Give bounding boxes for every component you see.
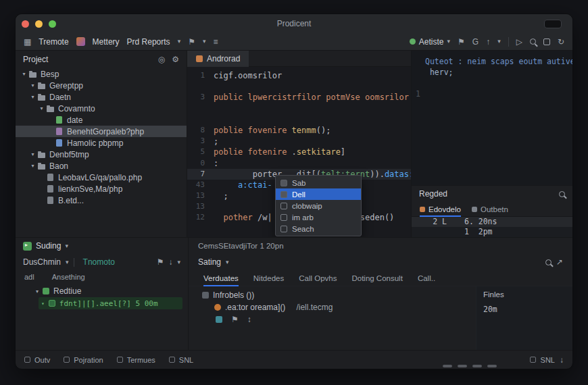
tree-item-label: Gereptpp bbox=[49, 81, 83, 91]
statusbar-item[interactable]: SNL bbox=[169, 356, 193, 364]
hamburger-menu-icon[interactable]: ≡ bbox=[213, 38, 218, 46]
variable-label: Infrobels ()) bbox=[213, 290, 254, 300]
variables-actions: ⚑ ↕ bbox=[189, 315, 476, 324]
file-purple-icon bbox=[55, 128, 64, 135]
chevron-down-icon[interactable]: ▾ bbox=[41, 301, 45, 307]
regded-row[interactable]: 2 L6. 20ns bbox=[412, 217, 572, 227]
completion-item[interactable]: Seach bbox=[276, 223, 361, 234]
chevron-down-icon[interactable]: ▾ bbox=[66, 259, 69, 265]
editor-tab-label: Androrad bbox=[207, 54, 240, 63]
toolbar-separator bbox=[508, 37, 509, 47]
project-tree-item[interactable]: Hamolic pbpmp bbox=[16, 137, 187, 149]
project-tree-item[interactable]: ▾Daetn bbox=[16, 91, 187, 103]
chevron-down-icon[interactable]: ▾ bbox=[65, 243, 68, 249]
expand-icon[interactable]: ↗ bbox=[556, 258, 563, 266]
bookmark-icon[interactable]: ⚑ bbox=[188, 38, 195, 46]
chevron-down-icon[interactable]: ▾ bbox=[497, 38, 501, 45]
variables-tab[interactable]: Doting Consult bbox=[351, 270, 402, 286]
sync-icon[interactable]: ↻ bbox=[558, 38, 564, 46]
variables-tab[interactable]: Nitdedes bbox=[253, 270, 284, 286]
chevron-down-icon[interactable]: ▾ bbox=[28, 82, 37, 88]
code-editor[interactable]: 1cigf.oomsrilor3public lpwercistrfilor p… bbox=[187, 67, 411, 237]
frame-label: fdnt]|[].aeel[?] 5 00m bbox=[59, 299, 158, 308]
chevron-down-icon[interactable]: ▾ bbox=[226, 259, 229, 265]
variables-tab[interactable]: Call.. bbox=[418, 270, 435, 286]
search-icon[interactable] bbox=[545, 259, 552, 265]
code-line: 1cigf.oomsrilor bbox=[187, 70, 411, 81]
close-button[interactable] bbox=[22, 20, 29, 28]
regded-tab[interactable]: Edovdelo bbox=[420, 202, 461, 216]
menu-mettery[interactable]: Mettery bbox=[93, 37, 120, 47]
regded-row[interactable]: 1 2pm bbox=[412, 227, 572, 237]
thread-dropdown[interactable]: DusChmin bbox=[23, 257, 61, 267]
variables-tab[interactable]: Call Opvhs bbox=[299, 270, 337, 286]
chevron-down-icon[interactable]: ▾ bbox=[28, 94, 37, 100]
play-icon[interactable]: ▷ bbox=[516, 38, 522, 46]
project-tree-item[interactable]: ▾Covamnto bbox=[16, 103, 187, 114]
project-tree-item[interactable]: lienknSve,Ma/php bbox=[16, 183, 187, 195]
settings-icon[interactable] bbox=[543, 38, 550, 45]
bookmark-icon[interactable]: ⚑ bbox=[231, 315, 239, 324]
completion-item[interactable]: clobwaip bbox=[276, 200, 361, 211]
settings-gear-icon[interactable]: ⚙ bbox=[172, 55, 179, 63]
plugin-icon[interactable] bbox=[76, 37, 85, 46]
zoom-button[interactable] bbox=[49, 20, 56, 28]
project-tree-item[interactable]: BenehtGorpaleb?php bbox=[16, 126, 187, 137]
code-text: cigf.oomsrilor bbox=[205, 70, 282, 81]
locate-icon[interactable]: ◎ bbox=[158, 55, 165, 63]
chevron-down-icon[interactable]: ▾ bbox=[28, 163, 37, 169]
titlebar-widget[interactable] bbox=[544, 20, 562, 28]
editor-tab[interactable]: Androrad bbox=[187, 51, 249, 67]
project-grid-icon[interactable]: ▦ bbox=[24, 38, 31, 46]
regded-panel-header: Regded bbox=[412, 186, 572, 202]
project-tree-item[interactable]: ▾Baon bbox=[16, 160, 187, 172]
menu-prd-reports[interactable]: Prd Reports bbox=[127, 37, 170, 47]
variable-row[interactable]: .ea:tor oreama]()/iell.tecmg bbox=[189, 301, 476, 313]
completion-item[interactable]: im arb bbox=[276, 211, 361, 223]
code-line: 0: bbox=[187, 158, 411, 169]
chevron-down-icon[interactable]: ▾ bbox=[203, 38, 206, 45]
project-panel-header: Project ◎ ⚙ bbox=[16, 51, 187, 68]
minimize-button[interactable] bbox=[35, 20, 43, 28]
completion-item[interactable]: Dell bbox=[276, 188, 361, 200]
statusbar-right[interactable]: SNL ↓ bbox=[530, 356, 564, 364]
chevron-down-icon[interactable]: ▾ bbox=[177, 259, 180, 265]
line-number: 7 bbox=[187, 169, 205, 180]
statusbar-item[interactable]: Pojration bbox=[64, 356, 103, 364]
variables-tab[interactable]: Verduates bbox=[203, 270, 239, 286]
chevron-down-icon[interactable]: ▾ bbox=[28, 151, 37, 157]
frame-row[interactable]: ▾fdnt]|[].aeel[?] 5 00m bbox=[39, 297, 182, 309]
chevron-down-icon[interactable]: ▾ bbox=[178, 38, 181, 45]
search-icon[interactable] bbox=[559, 191, 565, 197]
statusbar-item[interactable]: Termues bbox=[117, 356, 155, 364]
upload-icon[interactable]: ↑ bbox=[486, 38, 490, 46]
project-tree-item[interactable]: date bbox=[16, 114, 187, 126]
menu-tremote[interactable]: Tremote bbox=[39, 37, 68, 47]
line-number bbox=[187, 81, 205, 92]
chevron-down-icon[interactable]: ▾ bbox=[37, 105, 46, 111]
project-tree-item[interactable]: ▾Besp bbox=[16, 68, 187, 80]
completion-item[interactable]: Sab bbox=[276, 177, 361, 188]
tool-window-tab[interactable]: Suding bbox=[36, 241, 61, 251]
statusbar-item[interactable]: Outv bbox=[24, 356, 50, 364]
pin-icon[interactable]: ⚑ bbox=[157, 258, 164, 266]
letter-g-icon[interactable]: G bbox=[472, 38, 479, 46]
flag-icon[interactable]: ⚑ bbox=[458, 38, 465, 46]
updown-icon[interactable]: ↕ bbox=[247, 315, 251, 324]
variables-title[interactable]: Sating bbox=[198, 257, 221, 267]
run-config-selector[interactable]: Aetiste ▾ bbox=[410, 37, 450, 47]
debug-center-panel: CemsSEtavdjiTor 1 20pn Sating ▾ ↗ Verdua… bbox=[189, 238, 572, 350]
download-icon[interactable]: ↓ bbox=[560, 356, 564, 364]
project-tree-item[interactable]: LeobavLG/qa/pallo.php bbox=[16, 172, 187, 183]
download-icon[interactable]: ↓ bbox=[168, 258, 172, 266]
chevron-down-icon[interactable]: ▾ bbox=[36, 288, 39, 294]
project-tree-item[interactable]: ▾Gereptpp bbox=[16, 80, 187, 91]
regded-tab[interactable]: Outbetn bbox=[472, 202, 508, 216]
frame-row[interactable]: ▾Redtiue bbox=[16, 285, 188, 297]
chevron-down-icon[interactable]: ▾ bbox=[20, 71, 28, 77]
search-icon[interactable] bbox=[530, 38, 536, 45]
document-icon[interactable] bbox=[216, 316, 222, 323]
project-tree-item[interactable]: B.etd... bbox=[16, 195, 187, 206]
variable-row[interactable]: Infrobels ()) bbox=[189, 289, 476, 301]
project-tree-item[interactable]: ▾Denbf5tmp bbox=[16, 149, 187, 160]
